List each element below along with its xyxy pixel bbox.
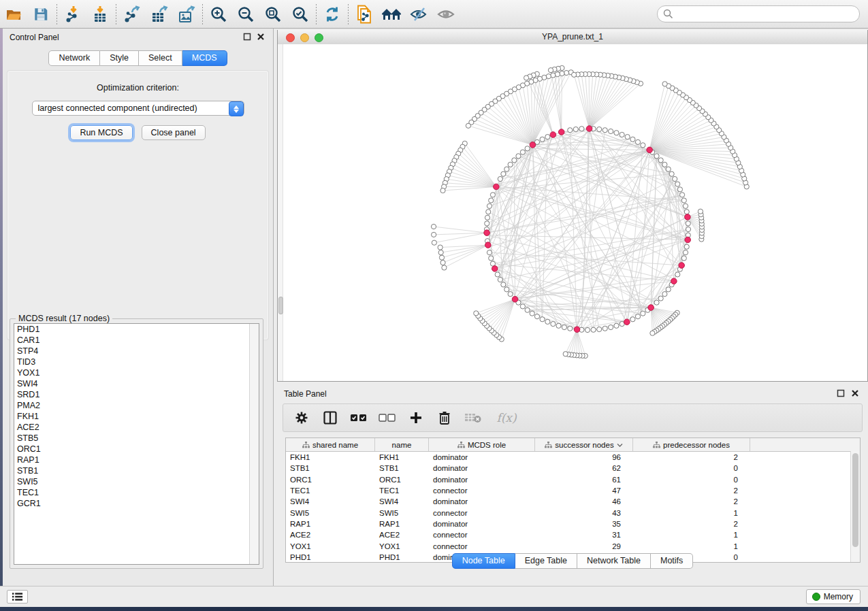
tab-mcds[interactable]: MCDS — [182, 50, 227, 66]
mcds-hub-node[interactable] — [679, 263, 685, 269]
refresh-button[interactable] — [319, 3, 346, 26]
mcds-hub-node[interactable] — [624, 319, 630, 325]
mcds-hub-node[interactable] — [671, 278, 677, 284]
zoom-in-button[interactable] — [205, 3, 232, 26]
memory-button[interactable]: Memory — [806, 589, 861, 604]
mcds-hub-node[interactable] — [558, 129, 564, 135]
deselect-all-button[interactable] — [379, 409, 396, 427]
export-image-button[interactable] — [173, 3, 200, 26]
mcds-node-item[interactable]: ACE2 — [14, 422, 259, 433]
mcds-node-item[interactable]: TID3 — [14, 357, 259, 367]
table-row[interactable]: FKH1FKH1dominator962 — [286, 452, 860, 463]
zoom-fit-button[interactable] — [259, 3, 287, 26]
mcds-list-scrollbar[interactable] — [249, 324, 259, 564]
table-row[interactable]: YOX1YOX1connector291 — [286, 540, 860, 551]
select-all-button[interactable] — [350, 409, 368, 427]
search-input[interactable] — [673, 9, 859, 20]
tab-network-table[interactable]: Network Table — [577, 553, 651, 569]
zoom-out-button[interactable] — [232, 3, 259, 26]
tab-node-table[interactable]: Node Table — [452, 553, 515, 569]
table-row[interactable]: RAP1RAP1dominator352 — [286, 518, 860, 529]
mcds-node-item[interactable]: TEC1 — [14, 487, 259, 498]
clone-network-button[interactable] — [351, 3, 378, 26]
table-scrollbar-thumb[interactable] — [852, 453, 858, 547]
mcds-node-item[interactable]: STP4 — [14, 346, 259, 357]
add-row-button[interactable] — [407, 409, 425, 427]
column-header-predecessor-nodes[interactable]: predecessor nodes — [633, 438, 750, 451]
minimize-window-icon[interactable] — [300, 33, 309, 42]
export-table-button[interactable] — [146, 3, 173, 26]
network-window-titlebar[interactable]: YPA_prune.txt_1 — [278, 30, 867, 45]
mcds-hub-node[interactable] — [484, 230, 490, 236]
close-panel-icon[interactable] — [851, 389, 859, 397]
table-row[interactable]: SWI5SWI5connector431 — [286, 507, 860, 518]
tab-select[interactable]: Select — [139, 50, 182, 66]
node-table[interactable]: shared namenameMCDS rolesuccessor nodesp… — [285, 437, 861, 563]
mcds-hub-node[interactable] — [685, 237, 691, 243]
delete-table-button[interactable] — [464, 409, 482, 427]
delete-row-button[interactable] — [436, 409, 453, 427]
table-row[interactable]: TEC1TEC1connector472 — [286, 485, 860, 496]
tab-network[interactable]: Network — [48, 50, 100, 66]
export-network-button[interactable] — [118, 3, 146, 26]
close-panel-button[interactable]: Close panel — [142, 125, 206, 140]
mcds-node-item[interactable]: PMA2 — [14, 400, 259, 411]
homes-button[interactable] — [378, 3, 405, 26]
mcds-node-item[interactable]: RAP1 — [14, 455, 259, 465]
run-mcds-button[interactable]: Run MCDS — [70, 125, 132, 140]
mcds-node-item[interactable]: FKH1 — [14, 411, 259, 422]
import-network-button[interactable] — [59, 3, 86, 26]
eye-button[interactable] — [432, 3, 460, 26]
open-button[interactable] — [0, 3, 27, 26]
network-canvas[interactable] — [278, 44, 867, 381]
mcds-node-item[interactable]: GCR1 — [14, 498, 259, 509]
table-row[interactable]: STB1STB1dominator620 — [286, 463, 860, 474]
mcds-hub-node[interactable] — [485, 242, 492, 248]
mcds-hub-node[interactable] — [530, 142, 536, 148]
mcds-hub-node[interactable] — [648, 305, 654, 311]
close-window-icon[interactable] — [286, 33, 295, 42]
search-field[interactable] — [657, 5, 860, 22]
table-settings-button[interactable] — [293, 409, 310, 427]
mcds-hub-node[interactable] — [512, 297, 518, 303]
import-table-button[interactable] — [86, 3, 114, 26]
table-row[interactable]: SWI4SWI4dominator462 — [286, 496, 860, 507]
mcds-hub-node[interactable] — [586, 126, 592, 132]
mcds-hub-node[interactable] — [550, 132, 556, 138]
table-scrollbar[interactable] — [850, 451, 860, 562]
tab-motifs[interactable]: Motifs — [651, 553, 693, 569]
tab-style[interactable]: Style — [100, 50, 139, 66]
maximize-window-icon[interactable] — [315, 33, 323, 42]
mcds-hub-node[interactable] — [574, 327, 580, 333]
criterion-dropdown[interactable]: largest connected component (undirected) — [32, 101, 244, 116]
function-builder-button[interactable]: f(x) — [493, 409, 520, 427]
mcds-node-item[interactable]: PHD1 — [14, 324, 259, 335]
mcds-node-item[interactable]: STB5 — [14, 433, 259, 444]
mcds-node-item[interactable]: YOX1 — [14, 367, 259, 378]
mcds-node-item[interactable]: SRD1 — [14, 389, 259, 400]
mcds-hub-node[interactable] — [647, 147, 653, 153]
table-row[interactable]: ORC1ORC1dominator610 — [286, 474, 860, 485]
mcds-node-item[interactable]: CAR1 — [14, 335, 259, 346]
column-header-successor-nodes[interactable]: successor nodes — [535, 438, 633, 451]
mcds-hub-node[interactable] — [492, 266, 498, 272]
mcds-hub-node[interactable] — [494, 184, 500, 190]
zoom-selected-button[interactable] — [287, 3, 314, 26]
save-button[interactable] — [27, 3, 54, 26]
mcds-node-item[interactable]: STB1 — [14, 465, 259, 476]
column-header-name[interactable]: name — [375, 438, 429, 451]
column-layout-button[interactable] — [321, 409, 339, 427]
column-header-shared-name[interactable]: shared name — [286, 438, 375, 451]
network-scrollbar-thumb[interactable] — [278, 297, 283, 314]
show-panels-button[interactable] — [7, 590, 28, 604]
float-panel-icon[interactable] — [837, 389, 845, 397]
mcds-result-list[interactable]: PHD1CAR1STP4TID3YOX1SWI4SRD1PMA2FKH1ACE2… — [14, 323, 259, 565]
tab-edge-table[interactable]: Edge Table — [515, 553, 577, 569]
network-scrollbar[interactable] — [278, 44, 283, 381]
column-header-MCDS-role[interactable]: MCDS role — [429, 438, 535, 451]
mcds-hub-node[interactable] — [685, 214, 691, 220]
network-graph[interactable] — [278, 44, 867, 381]
table-row[interactable]: ACE2ACE2connector311 — [286, 529, 860, 540]
close-panel-icon[interactable] — [257, 33, 265, 41]
mcds-node-item[interactable]: ORC1 — [14, 444, 259, 455]
